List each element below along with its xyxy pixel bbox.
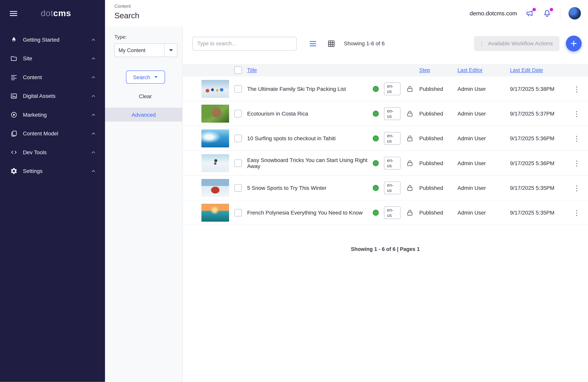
sidebar-item-label: Settings [23,168,91,174]
sidebar-item-content-model[interactable]: Content Model [0,124,105,143]
column-header-title[interactable]: Title [247,67,368,73]
dotcms-logo: dotcms [18,8,96,18]
content-thumbnail[interactable] [201,203,229,222]
content-thumbnail[interactable] [201,154,229,172]
sidebar-item-label: Dev Tools [23,149,91,155]
date-cell: 9/17/2025 5:37PM [510,110,566,117]
language-badge: en-us [384,206,400,219]
content-title[interactable]: Ecotourism in Costa Rica [247,110,368,117]
plus-icon [569,39,578,47]
lock-icon [406,109,414,117]
dropdown-trigger[interactable] [164,44,177,57]
table-row[interactable]: The Ultimate Family Ski Trip Packing Lis… [183,76,588,101]
sidebar-item-getting-started[interactable]: Getting Started [0,30,105,49]
content-type-dropdown[interactable]: My Content [114,43,177,57]
content-area: Showing 1-6 of 6 ⋮ Available Workflow Ac… [183,27,588,382]
sidebar-item-dev-tools[interactable]: Dev Tools [0,143,105,162]
folder-icon [10,55,18,63]
row-menu-icon[interactable]: ⋮ [571,134,582,142]
clear-button[interactable]: Clear [114,93,176,99]
table-row[interactable]: 5 Snow Sports to Try This Winter en-us P… [183,176,588,200]
step-cell: Published [419,160,452,166]
row-menu-icon[interactable]: ⋮ [571,208,582,216]
workflow-actions-button[interactable]: ⋮ Available Workflow Actions [474,36,559,51]
list-view-icon[interactable] [309,39,317,48]
row-checkbox[interactable] [234,85,242,93]
sidebar-item-site[interactable]: Site [0,49,105,68]
step-cell: Published [419,110,452,117]
sidebar-item-digital-assets[interactable]: Digital Assets [0,86,105,105]
lock-icon [406,134,414,142]
row-checkbox[interactable] [234,134,242,142]
row-menu-icon[interactable]: ⋮ [571,159,582,167]
content-title[interactable]: 10 Surfing spots to checkout in Tahiti [247,135,368,141]
sidebar-item-marketing[interactable]: Marketing [0,106,105,124]
sidebar-item-label: Marketing [23,112,91,118]
chevron-up-icon [91,56,96,61]
table-row[interactable]: Ecotourism in Costa Rica en-us Published… [183,101,588,126]
status-dot [373,160,379,166]
content-thumbnail[interactable] [201,129,229,147]
column-header-last-editor[interactable]: Last Editor [458,67,505,73]
select-all-checkbox[interactable] [234,66,242,74]
user-avatar[interactable] [568,7,581,20]
image-icon [10,92,18,100]
row-menu-icon[interactable]: ⋮ [571,85,582,93]
date-cell: 9/17/2025 5:38PM [510,86,566,92]
row-checkbox[interactable] [234,110,242,117]
hamburger-menu-icon[interactable] [9,9,18,18]
content-thumbnail[interactable] [201,105,229,123]
status-dot [373,135,379,141]
site-selector[interactable]: demo.dotcms.com [470,10,517,17]
lines-icon [10,74,18,81]
grid-view-icon[interactable] [327,39,336,48]
table-row[interactable]: French Polynesia Everything You Need to … [183,200,588,225]
search-input[interactable] [192,37,296,50]
lock-icon [406,85,414,93]
editor-cell: Admin User [458,160,505,166]
sidebar-item-settings[interactable]: Settings [0,162,105,180]
target-icon [10,111,18,119]
content-thumbnail[interactable] [201,179,229,197]
content-title[interactable]: Easy Snowboard Tricks You can Start Usin… [247,157,368,169]
logo-dot: dot [41,8,53,18]
content-thumbnail[interactable] [201,80,229,98]
row-checkbox[interactable] [234,209,242,216]
content-title[interactable]: French Polynesia Everything You Need to … [247,210,368,215]
status-dot [373,185,379,191]
language-badge: en-us [384,107,400,120]
sidebar-item-content[interactable]: Content [0,68,105,86]
column-header-last-edit-date[interactable]: Last Edit Date [510,67,566,73]
row-checkbox[interactable] [234,184,242,191]
table-row[interactable]: 10 Surfing spots to checkout in Tahiti e… [183,126,588,151]
advanced-button[interactable]: Advanced [105,107,182,121]
view-toggle [309,39,336,48]
announcements-icon[interactable] [525,9,534,18]
chevron-up-icon [91,149,96,155]
status-dot [373,86,379,92]
pagination-summary: Showing 1 - 6 of 6 | Pages 1 [183,246,588,252]
editor-cell: Admin User [458,110,505,117]
column-header-step[interactable]: Step [419,67,452,73]
chevron-up-icon [91,75,96,80]
kebab-icon: ⋮ [479,40,485,47]
row-checkbox[interactable] [234,159,242,167]
results-count: Showing 1-6 of 6 [344,41,385,46]
language-badge: en-us [384,132,400,145]
bell-icon[interactable] [543,9,552,18]
notification-badge [550,8,553,11]
sidebar: dotcms Getting Started Site [0,0,105,382]
row-menu-icon[interactable]: ⋮ [571,184,582,192]
content-title[interactable]: 5 Snow Sports to Try This Winter [247,185,368,191]
notification-badge [533,8,536,11]
chevron-down-icon [169,49,173,52]
page-title: Search [114,11,183,20]
add-content-button[interactable] [566,36,582,51]
app-window: dotcms Getting Started Site [0,0,588,382]
search-button-label: Search [133,74,150,80]
step-cell: Published [419,185,452,191]
row-menu-icon[interactable]: ⋮ [571,109,582,117]
search-button[interactable]: Search [126,71,165,84]
content-title[interactable]: The Ultimate Family Ski Trip Packing Lis… [247,86,368,92]
table-row[interactable]: Easy Snowboard Tricks You can Start Usin… [183,151,588,175]
